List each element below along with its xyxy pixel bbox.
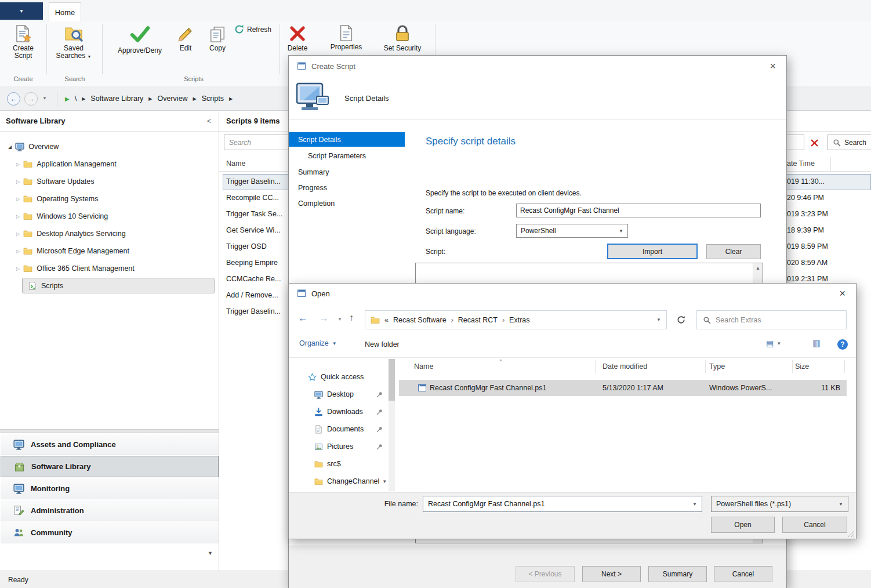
file-row[interactable]: Recast ConfigMgr Fast Channel.ps1 5/13/2…: [399, 380, 847, 396]
breadcrumb-item-software-library[interactable]: Software Library: [90, 95, 143, 103]
approve-deny-button[interactable]: Approve/Deny: [112, 23, 167, 55]
file-name-input[interactable]: [423, 500, 692, 508]
tree-item-software-updates[interactable]: ▷ Software Updates: [0, 173, 219, 190]
file-type-select[interactable]: PowerShell files (*.ps1) ▼: [711, 496, 848, 512]
wizard-step-completion[interactable]: Completion: [289, 196, 405, 210]
close-icon[interactable]: ×: [770, 61, 776, 71]
breadcrumb-item-scripts[interactable]: Scripts: [202, 95, 224, 103]
tree-item-desktop-analytics-servicing[interactable]: ▷ Desktop Analytics Servicing: [0, 225, 219, 242]
open-button[interactable]: Open: [711, 517, 775, 533]
wizard-step-script-parameters[interactable]: Script Parameters: [289, 148, 405, 163]
dialog-titlebar[interactable]: Open ×: [289, 284, 856, 303]
search-button[interactable]: Search: [828, 135, 871, 150]
history-dropdown-icon[interactable]: ▼: [42, 96, 47, 101]
organize-menu[interactable]: Organize ▼: [299, 339, 337, 347]
dialog-titlebar[interactable]: Create Script ×: [289, 56, 786, 77]
collapsed-icon[interactable]: ▷: [16, 197, 20, 202]
saved-searches-button[interactable]: Saved Searches ▼: [53, 24, 94, 60]
import-button[interactable]: Import: [607, 244, 698, 259]
clear-search-button[interactable]: [807, 136, 821, 150]
search-extras-input[interactable]: [716, 316, 840, 324]
create-script-button[interactable]: Create Script: [5, 24, 42, 60]
collapsed-icon[interactable]: ▷: [16, 266, 20, 271]
chevron-down-icon[interactable]: ▼: [656, 317, 661, 322]
wizard-step-summary[interactable]: Summary: [289, 165, 405, 179]
column-name[interactable]: Name: [226, 159, 245, 168]
set-security-button[interactable]: Set Security: [379, 24, 426, 52]
refresh-button[interactable]: Refresh: [234, 24, 271, 34]
place-downloads[interactable]: Downloads: [289, 403, 387, 420]
collapsed-icon[interactable]: ▷: [16, 231, 20, 237]
nav-assets-and-compliance[interactable]: Assets and Compliance: [1, 434, 219, 455]
address-item-extras[interactable]: Extras: [509, 316, 529, 324]
forward-button[interactable]: →: [24, 92, 38, 106]
cancel-button[interactable]: Cancel: [714, 566, 772, 582]
previous-button[interactable]: < Previous: [516, 566, 575, 582]
column-name[interactable]: Name: [414, 362, 433, 371]
collapse-pane-icon[interactable]: <: [207, 117, 211, 125]
nav-community[interactable]: Community: [1, 522, 219, 543]
tree-item-operating-systems[interactable]: ▷ Operating Systems: [0, 190, 219, 208]
pane-splitter[interactable]: [0, 429, 219, 433]
back-button[interactable]: ←: [7, 92, 20, 106]
tree-item-scripts[interactable]: Scripts: [0, 277, 219, 295]
place-desktop[interactable]: Desktop: [289, 386, 387, 403]
wizard-step-script-details[interactable]: Script Details: [289, 132, 405, 147]
help-icon[interactable]: ?: [837, 339, 848, 350]
refresh-button[interactable]: [670, 310, 691, 329]
properties-button[interactable]: Properties: [328, 24, 364, 51]
column-size[interactable]: Size: [795, 362, 809, 371]
expanded-icon[interactable]: ◢: [8, 144, 12, 150]
collapsed-icon[interactable]: ▷: [16, 179, 20, 184]
nav-monitoring[interactable]: Monitoring: [1, 478, 219, 499]
address-bar[interactable]: « Recast Software › Recast RCT › Extras …: [365, 310, 667, 329]
collapsed-icon[interactable]: ▷: [16, 249, 20, 254]
copy-button[interactable]: Copy: [203, 26, 232, 52]
place-pictures[interactable]: Pictures: [289, 438, 387, 455]
nav-software-library[interactable]: Software Library: [1, 456, 219, 477]
scrollbar[interactable]: [389, 359, 395, 491]
place-changechannel[interactable]: ChangeChannel ▼: [289, 473, 387, 490]
place-quick-access[interactable]: Quick access: [289, 368, 387, 386]
nav-administration[interactable]: Administration: [1, 500, 219, 521]
column-update-time[interactable]: date Time: [783, 159, 815, 168]
new-folder-button[interactable]: New folder: [365, 340, 400, 349]
collapsed-icon[interactable]: ▷: [16, 214, 20, 219]
tree-item-windows-10-servicing[interactable]: ▷ Windows 10 Servicing: [0, 208, 219, 225]
scroll-up-icon[interactable]: ▲: [753, 263, 763, 273]
cancel-button[interactable]: Cancel: [782, 517, 847, 533]
script-name-input[interactable]: [516, 204, 761, 217]
preview-pane-icon[interactable]: ▥: [812, 338, 821, 349]
summary-button[interactable]: Summary: [648, 566, 707, 582]
place-src-share[interactable]: src$: [289, 455, 387, 473]
up-button[interactable]: ↑: [349, 313, 354, 323]
address-overflow-chevrons[interactable]: «: [384, 316, 389, 324]
scrollbar-thumb[interactable]: [389, 359, 395, 401]
script-language-select[interactable]: PowerShell ▼: [516, 224, 628, 238]
wizard-step-progress[interactable]: Progress: [289, 180, 405, 195]
place-documents[interactable]: Documents: [289, 420, 387, 438]
chevron-down-icon[interactable]: ▼: [382, 479, 387, 484]
clear-button[interactable]: Clear: [706, 244, 761, 259]
column-type[interactable]: Type: [709, 362, 725, 371]
back-button[interactable]: ←: [298, 313, 308, 324]
resize-grip[interactable]: [848, 531, 855, 538]
tree-item-overview[interactable]: ◢ Overview: [0, 138, 219, 155]
tree-item-office-365-client-management[interactable]: ▷ Office 365 Client Management: [0, 260, 219, 277]
tab-home[interactable]: Home: [49, 2, 81, 21]
view-selector[interactable]: ▤ ▼: [766, 339, 781, 348]
address-item-recast-software[interactable]: Recast Software: [393, 316, 447, 324]
next-button[interactable]: Next >: [582, 566, 641, 582]
tree-item-application-management[interactable]: ▷ Application Management: [0, 155, 219, 173]
recent-locations-icon[interactable]: ▼: [337, 317, 342, 322]
delete-button[interactable]: Delete: [282, 24, 313, 52]
chevron-down-icon[interactable]: ▼: [692, 502, 697, 507]
column-date-modified[interactable]: Date modified: [603, 362, 647, 371]
app-menu-button[interactable]: ▼: [0, 2, 43, 20]
address-item-recast-rct[interactable]: Recast RCT: [458, 316, 498, 324]
edit-button[interactable]: Edit: [172, 26, 199, 52]
close-icon[interactable]: ×: [839, 288, 845, 299]
nav-pane-options-icon[interactable]: ▼: [208, 550, 213, 556]
collapsed-icon[interactable]: ▷: [16, 162, 20, 167]
tree-item-microsoft-edge-management[interactable]: ▷ Microsoft Edge Management: [0, 242, 219, 260]
